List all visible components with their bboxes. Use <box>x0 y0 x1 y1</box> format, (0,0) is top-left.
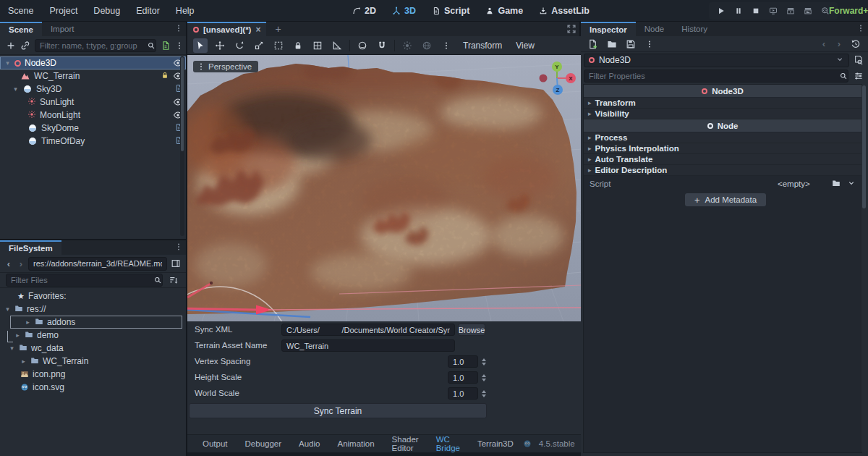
tab-import[interactable]: Import <box>42 22 83 36</box>
workspace-2d-button[interactable]: 2D <box>346 0 383 22</box>
section-process[interactable]: ▸Process <box>584 132 861 143</box>
menu-editor[interactable]: Editor <box>128 0 168 22</box>
panel-menu-icon[interactable] <box>174 242 183 253</box>
script-load-folder-icon[interactable] <box>832 179 841 189</box>
nav-back-icon[interactable]: ‹ <box>4 258 14 269</box>
workspace-assetlib-button[interactable]: AssetLib <box>532 0 596 22</box>
node3d-section-header[interactable]: Node3D <box>584 85 861 97</box>
section-auto-translate[interactable]: ▸Auto Translate <box>584 154 861 165</box>
tab-inspector[interactable]: Inspector <box>581 22 636 36</box>
new-resource-icon[interactable] <box>587 38 600 51</box>
workspace-game-button[interactable]: Game <box>479 0 529 22</box>
fs-row-wc-data[interactable]: ▾ wc_data <box>0 342 186 355</box>
load-resource-icon[interactable] <box>605 38 618 51</box>
preview-camera-icon[interactable] <box>355 38 370 53</box>
ruler-tool-icon[interactable] <box>330 38 344 53</box>
section-transform[interactable]: ▸Transform <box>584 98 861 109</box>
spinner-arrows[interactable] <box>480 355 488 368</box>
spinner-arrows[interactable] <box>480 371 488 384</box>
object-history-icon[interactable] <box>849 38 862 51</box>
camera-options-icon[interactable] <box>439 38 454 53</box>
tab-history[interactable]: History <box>673 22 716 36</box>
viewport-3d[interactable]: Y X Z Perspective <box>187 55 582 321</box>
fs-row-icon-png[interactable]: icon.png <box>0 368 186 381</box>
menu-debug[interactable]: Debug <box>85 0 128 22</box>
tab-filesystem[interactable]: FileSystem <box>0 240 61 255</box>
scene-filter-input[interactable] <box>35 41 147 50</box>
filesystem-filter-input[interactable] <box>7 276 153 284</box>
tab-node[interactable]: Node <box>636 22 673 36</box>
sort-options-icon[interactable] <box>167 274 180 287</box>
bottom-tab-shader-editor[interactable]: Shader Editor <box>384 435 427 452</box>
fs-row-res[interactable]: ▾ res:// <box>0 303 186 316</box>
panel-menu-icon[interactable] <box>856 24 865 35</box>
script-options-chevron-icon[interactable] <box>847 179 856 189</box>
open-docs-icon[interactable] <box>852 54 865 67</box>
workspace-script-button[interactable]: Script <box>425 0 476 22</box>
property-filter-input[interactable] <box>584 72 839 80</box>
sync-xml-input[interactable] <box>281 324 455 336</box>
resource-more-icon[interactable] <box>643 38 656 51</box>
add-node-icon[interactable] <box>6 39 16 52</box>
rotate-tool-icon[interactable] <box>232 38 247 53</box>
tree-row-sky3d[interactable]: ▾ Sky3D <box>0 83 186 96</box>
environment-preview-icon[interactable] <box>420 38 434 53</box>
distraction-free-icon[interactable] <box>566 23 576 34</box>
nav-forward-icon[interactable]: › <box>16 258 26 269</box>
box-select-icon[interactable] <box>271 38 286 53</box>
sync-terrain-button[interactable]: Sync Terrain <box>189 403 487 418</box>
snap-toggle-icon[interactable] <box>375 38 389 53</box>
view-menu[interactable]: View <box>511 41 539 51</box>
new-tab-icon[interactable]: + <box>266 22 289 36</box>
panel-menu-icon[interactable] <box>174 24 183 35</box>
fs-row-demo[interactable]: ▸ demo <box>0 329 186 342</box>
script-property-row[interactable]: Script <empty> <box>584 177 861 190</box>
terrain-asset-name-input[interactable] <box>281 339 455 352</box>
section-editor-description[interactable]: ▸Editor Description <box>584 165 861 176</box>
attach-script-icon[interactable] <box>161 39 171 52</box>
close-icon[interactable]: × <box>255 23 260 36</box>
fs-row-favorites[interactable]: ★ Favorites: <box>0 290 186 303</box>
tree-row-moonlight[interactable]: MoonLight <box>0 109 186 122</box>
script-value[interactable]: <empty> <box>778 180 810 188</box>
bottom-tab-wc-bridge[interactable]: WC Bridge <box>428 435 468 452</box>
split-view-icon[interactable] <box>169 257 182 270</box>
height-scale-spinner[interactable]: 1.0 <box>448 371 478 384</box>
bottom-tab-animation[interactable]: Animation <box>329 439 382 448</box>
menu-scene[interactable]: Scene <box>0 0 41 22</box>
filesystem-path-field[interactable] <box>28 257 167 271</box>
select-tool-icon[interactable] <box>193 38 208 53</box>
fs-row-addons[interactable]: ▸ addons <box>10 316 182 329</box>
history-forward-icon[interactable]: › <box>834 38 844 49</box>
tree-row-node3d[interactable]: ▾ Node3D <box>0 56 186 69</box>
lock-icon[interactable] <box>161 71 169 82</box>
group-node-icon[interactable] <box>310 38 325 53</box>
save-resource-icon[interactable] <box>624 38 637 51</box>
bottom-tab-output[interactable]: Output <box>195 439 236 448</box>
fs-row-wc-terrain[interactable]: ▸ WC_Terrain <box>0 355 186 368</box>
filter-options-icon[interactable] <box>852 69 865 83</box>
history-back-icon[interactable]: ‹ <box>819 38 829 49</box>
instance-scene-icon[interactable] <box>20 39 30 52</box>
bottom-tab-audio[interactable]: Audio <box>291 439 328 448</box>
renderer-selector[interactable]: Forward+ <box>829 0 868 22</box>
browse-button[interactable]: Browse <box>458 324 485 336</box>
tab-scene[interactable]: Scene <box>0 22 42 36</box>
inspector-scrollbar[interactable] <box>861 84 867 453</box>
bottom-tab-terrain3d[interactable]: Terrain3D <box>469 439 522 448</box>
scale-tool-icon[interactable] <box>252 38 266 53</box>
scene-tab-unsaved[interactable]: [unsaved](*) × <box>187 22 266 36</box>
transform-menu[interactable]: Transform <box>459 41 506 51</box>
menu-project[interactable]: Project <box>41 0 85 22</box>
menu-help[interactable]: Help <box>168 0 203 22</box>
tree-row-sunlight[interactable]: SunLight <box>0 96 186 109</box>
play-custom-scene-button[interactable] <box>800 3 816 19</box>
spinner-arrows[interactable] <box>480 387 488 400</box>
remote-debug-icon[interactable] <box>765 3 781 19</box>
node-selector[interactable]: Node3D <box>584 54 849 67</box>
tree-row-skydome[interactable]: SkyDome <box>0 122 186 135</box>
bottom-tab-debugger[interactable]: Debugger <box>237 439 290 448</box>
world-scale-spinner[interactable]: 1.0 <box>448 387 478 400</box>
scene-more-icon[interactable] <box>175 39 184 52</box>
pause-button[interactable] <box>731 3 746 19</box>
